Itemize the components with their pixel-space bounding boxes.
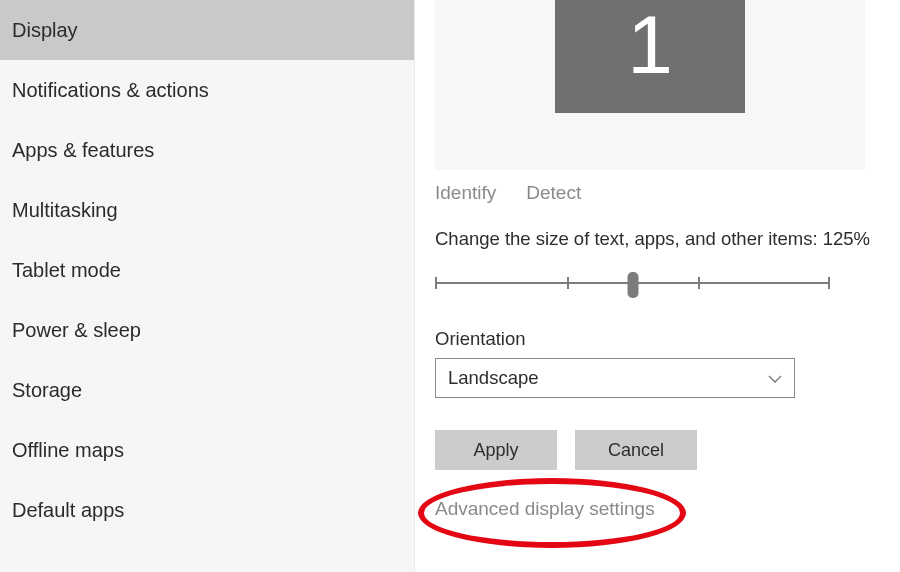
apply-button[interactable]: Apply (435, 430, 557, 470)
orientation-dropdown[interactable]: Landscape (435, 358, 795, 398)
sidebar-item-multitasking[interactable]: Multitasking (0, 180, 414, 240)
sidebar-item-default-apps[interactable]: Default apps (0, 480, 414, 540)
sidebar-item-label: Power & sleep (12, 319, 141, 341)
scale-label: Change the size of text, apps, and other… (435, 228, 870, 250)
orientation-value: Landscape (448, 367, 539, 389)
chevron-down-icon (768, 367, 782, 389)
sidebar-item-offline-maps[interactable]: Offline maps (0, 420, 414, 480)
detect-link[interactable]: Detect (526, 182, 581, 204)
sidebar-item-label: Apps & features (12, 139, 154, 161)
slider-tick (435, 277, 437, 289)
monitor-number: 1 (627, 0, 673, 92)
sidebar-item-tablet-mode[interactable]: Tablet mode (0, 240, 414, 300)
slider-tick (828, 277, 830, 289)
sidebar-item-storage[interactable]: Storage (0, 360, 414, 420)
settings-window: Display Notifications & actions Apps & f… (0, 0, 900, 572)
advanced-display-settings-link[interactable]: Advanced display settings (435, 498, 655, 520)
sidebar-item-display[interactable]: Display (0, 0, 414, 60)
settings-sidebar: Display Notifications & actions Apps & f… (0, 0, 415, 572)
slider-thumb[interactable] (627, 272, 638, 298)
monitor-preview-area[interactable]: 1 (435, 0, 865, 170)
apply-cancel-row: Apply Cancel (435, 430, 697, 470)
sidebar-item-label: Multitasking (12, 199, 118, 221)
sidebar-item-apps-features[interactable]: Apps & features (0, 120, 414, 180)
sidebar-item-power-sleep[interactable]: Power & sleep (0, 300, 414, 360)
sidebar-item-label: Default apps (12, 499, 124, 521)
cancel-button[interactable]: Cancel (575, 430, 697, 470)
display-settings-panel: 1 Identify Detect Change the size of tex… (415, 0, 900, 572)
orientation-label: Orientation (435, 328, 526, 350)
slider-tick (698, 277, 700, 289)
identify-link[interactable]: Identify (435, 182, 496, 204)
sidebar-item-notifications[interactable]: Notifications & actions (0, 60, 414, 120)
sidebar-item-label: Notifications & actions (12, 79, 209, 101)
monitor-tile-1[interactable]: 1 (555, 0, 745, 113)
sidebar-item-label: Display (12, 19, 78, 41)
sidebar-item-label: Storage (12, 379, 82, 401)
scale-slider[interactable] (435, 268, 830, 302)
preview-actions-row: Identify Detect (435, 182, 581, 204)
slider-tick (567, 277, 569, 289)
sidebar-item-label: Tablet mode (12, 259, 121, 281)
sidebar-item-label: Offline maps (12, 439, 124, 461)
